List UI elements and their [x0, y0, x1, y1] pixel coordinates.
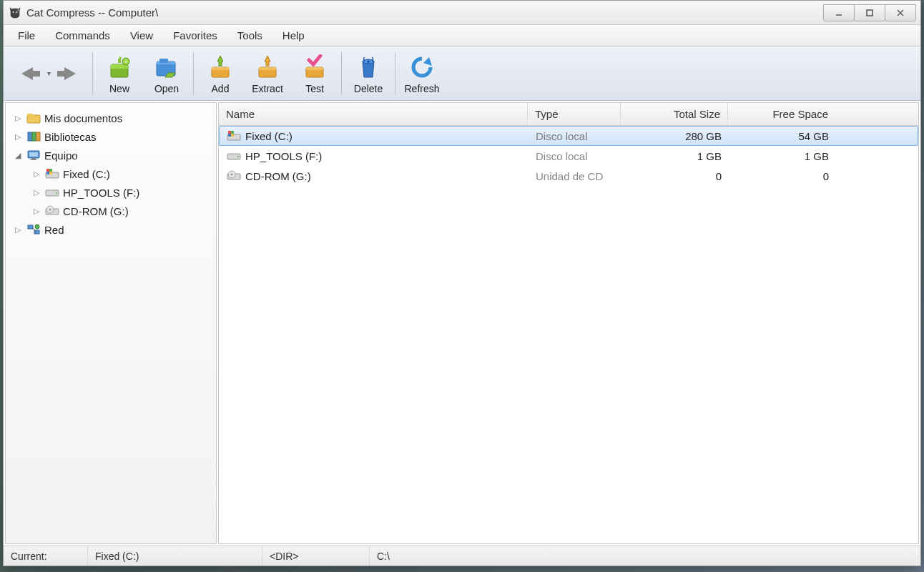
svg-point-52 [237, 156, 239, 157]
menu-help[interactable]: Help [274, 26, 313, 44]
tree-item-label: CD-ROM (G:) [63, 205, 129, 217]
svg-rect-29 [30, 159, 37, 160]
drive-win-icon [44, 167, 60, 181]
drive-icon [227, 149, 241, 162]
column-name[interactable]: Name [219, 103, 528, 125]
expander-icon[interactable]: ◢ [13, 151, 23, 160]
window-title: Cat Compress -- Computer\ [26, 6, 824, 19]
menu-view[interactable]: View [122, 26, 162, 44]
minimize-button[interactable] [823, 4, 855, 21]
svg-point-20 [367, 60, 370, 63]
column-type[interactable]: Type [528, 103, 621, 125]
svg-rect-34 [46, 172, 49, 174]
nav-back-button[interactable] [14, 59, 45, 88]
svg-point-55 [231, 174, 233, 176]
list-body[interactable]: Fixed (C:)Disco local280 GB54 GBHP_TOOLS… [219, 126, 918, 543]
row-type: Unidad de CD [529, 170, 621, 182]
open-folder-icon [152, 53, 181, 82]
svg-rect-27 [29, 152, 38, 157]
tree-item[interactable]: ▷Fixed (C:) [10, 164, 212, 183]
svg-point-1 [16, 11, 18, 13]
tree-item[interactable]: ▷CD-ROM (G:) [10, 202, 212, 220]
maximize-button[interactable] [854, 4, 885, 21]
tree-item[interactable]: ▷Red [10, 220, 212, 239]
open-label: Open [154, 83, 179, 94]
svg-rect-14 [212, 67, 229, 70]
extract-label: Extract [252, 83, 283, 94]
add-button[interactable]: Add [197, 50, 244, 97]
svg-rect-50 [231, 134, 234, 137]
expander-icon[interactable]: ▷ [31, 188, 41, 197]
close-button[interactable] [885, 4, 916, 21]
tree-item[interactable]: ▷Bibliotecas [10, 127, 212, 146]
expander-icon[interactable]: ▷ [31, 169, 41, 179]
column-total-size[interactable]: Total Size [621, 103, 728, 125]
drive-icon [44, 185, 60, 199]
menu-commands[interactable]: Commands [46, 26, 119, 44]
menu-favorites[interactable]: Favorites [164, 26, 226, 44]
svg-point-40 [49, 209, 51, 211]
status-item: Fixed (C:) [88, 546, 262, 566]
new-label: New [109, 83, 129, 94]
row-size: 1 GB [621, 150, 729, 162]
row-name: Fixed (C:) [245, 130, 293, 142]
svg-rect-49 [228, 134, 231, 137]
refresh-button[interactable]: Refresh [398, 50, 446, 97]
new-button[interactable]: + New [96, 50, 143, 97]
svg-rect-12 [159, 59, 168, 63]
tree-item[interactable]: ▷HP_TOOLS (F:) [10, 183, 212, 202]
svg-point-43 [35, 225, 39, 229]
svg-rect-47 [228, 131, 231, 134]
row-name: CD-ROM (G:) [245, 170, 311, 182]
nav-forward-button[interactable] [52, 59, 84, 88]
tree-item[interactable]: ◢Equipo [10, 146, 212, 164]
expander-icon[interactable]: ▷ [13, 132, 23, 142]
status-path: C:\ [370, 546, 920, 566]
svg-rect-25 [36, 132, 40, 141]
row-size: 0 [621, 170, 729, 182]
test-button[interactable]: Test [291, 50, 338, 97]
trash-icon [354, 53, 383, 82]
svg-rect-18 [306, 67, 323, 70]
row-free: 0 [729, 170, 836, 182]
status-label: Current: [4, 546, 88, 566]
svg-point-37 [56, 192, 57, 194]
row-free: 1 GB [729, 150, 836, 162]
expander-icon[interactable]: ▷ [13, 114, 23, 123]
statusbar: Current: Fixed (C:) <DIR> C:\ [4, 546, 920, 566]
toolbar-separator [395, 52, 395, 95]
tree-item-label: Bibliotecas [44, 131, 97, 143]
svg-rect-41 [28, 225, 33, 229]
row-size: 280 GB [621, 130, 729, 142]
list-row[interactable]: Fixed (C:)Disco local280 GB54 GB [219, 126, 918, 146]
expander-icon[interactable]: ▷ [13, 225, 23, 235]
refresh-label: Refresh [404, 83, 439, 94]
tree-item[interactable]: ▷Mis documentos [10, 109, 212, 127]
menu-file[interactable]: File [9, 26, 44, 44]
svg-rect-22 [27, 114, 33, 117]
column-free-space[interactable]: Free Space [728, 103, 835, 125]
svg-rect-35 [49, 172, 52, 174]
test-label: Test [305, 83, 324, 94]
menubar: File Commands View Favorites Tools Help [4, 25, 920, 46]
list-row[interactable]: HP_TOOLS (F:)Disco local1 GB1 GB [219, 146, 918, 166]
toolbar-separator [193, 52, 194, 95]
delete-button[interactable]: Delete [345, 50, 392, 97]
svg-rect-28 [31, 158, 36, 159]
open-button[interactable]: Open [143, 50, 190, 97]
titlebar[interactable]: Cat Compress -- Computer\ [4, 1, 920, 25]
list-row[interactable]: CD-ROM (G:)Unidad de CD00 [219, 166, 918, 186]
expander-icon[interactable]: ▷ [31, 207, 41, 216]
nav-history-dropdown[interactable]: ▾ [45, 69, 52, 77]
tree-panel[interactable]: ▷Mis documentos▷Bibliotecas◢Equipo▷Fixed… [5, 102, 217, 544]
extract-icon [253, 53, 282, 82]
computer-icon [26, 148, 41, 162]
tree-item-label: Fixed (C:) [63, 168, 110, 180]
menu-tools[interactable]: Tools [229, 26, 271, 44]
extract-button[interactable]: Extract [244, 50, 291, 97]
delete-label: Delete [354, 83, 383, 94]
window-buttons [824, 4, 916, 21]
add-label: Add [212, 83, 230, 94]
new-archive-icon: + [105, 53, 134, 82]
list-header: Name Type Total Size Free Space [219, 103, 918, 126]
